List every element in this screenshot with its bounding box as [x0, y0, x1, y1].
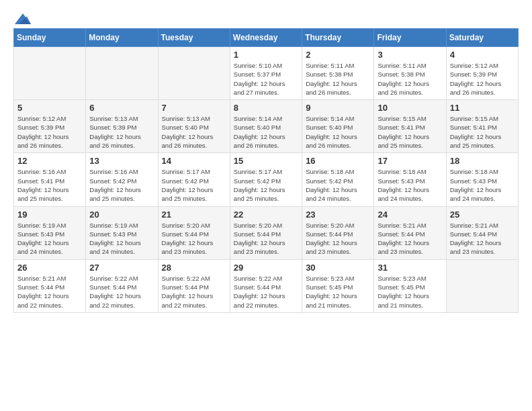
calendar-cell: 1Sunrise: 5:10 AM Sunset: 5:37 PM Daylig… [230, 47, 302, 100]
day-info: Sunrise: 5:21 AM Sunset: 5:44 PM Dayligh… [17, 274, 82, 310]
day-number: 7 [162, 103, 226, 113]
day-info: Sunrise: 5:14 AM Sunset: 5:40 PM Dayligh… [234, 114, 298, 150]
day-number: 10 [378, 103, 442, 113]
day-info: Sunrise: 5:10 AM Sunset: 5:37 PM Dayligh… [234, 61, 298, 97]
calendar-cell: 9Sunrise: 5:14 AM Sunset: 5:40 PM Daylig… [302, 100, 374, 153]
day-info: Sunrise: 5:15 AM Sunset: 5:41 PM Dayligh… [450, 114, 515, 150]
day-number: 22 [234, 210, 298, 220]
day-number: 31 [378, 263, 442, 273]
day-number: 1 [234, 50, 298, 60]
calendar-cell [158, 47, 230, 100]
day-info: Sunrise: 5:22 AM Sunset: 5:44 PM Dayligh… [162, 274, 226, 310]
day-number: 21 [162, 210, 226, 220]
day-info: Sunrise: 5:12 AM Sunset: 5:39 PM Dayligh… [450, 61, 515, 97]
day-info: Sunrise: 5:16 AM Sunset: 5:42 PM Dayligh… [89, 167, 154, 203]
weekday-header-row: SundayMondayTuesdayWednesdayThursdayFrid… [14, 29, 519, 47]
calendar-cell [86, 47, 158, 100]
day-info: Sunrise: 5:20 AM Sunset: 5:44 PM Dayligh… [162, 221, 226, 257]
day-number: 3 [378, 50, 442, 60]
day-info: Sunrise: 5:19 AM Sunset: 5:43 PM Dayligh… [89, 221, 154, 257]
page-header [13, 13, 519, 21]
calendar-cell: 11Sunrise: 5:15 AM Sunset: 5:41 PM Dayli… [446, 100, 518, 153]
day-info: Sunrise: 5:13 AM Sunset: 5:40 PM Dayligh… [162, 114, 226, 150]
day-info: Sunrise: 5:18 AM Sunset: 5:42 PM Dayligh… [306, 167, 370, 203]
day-number: 12 [17, 156, 82, 166]
calendar-cell: 27Sunrise: 5:22 AM Sunset: 5:44 PM Dayli… [86, 259, 158, 312]
day-info: Sunrise: 5:16 AM Sunset: 5:41 PM Dayligh… [17, 167, 82, 203]
calendar-cell: 19Sunrise: 5:19 AM Sunset: 5:43 PM Dayli… [14, 206, 86, 259]
day-info: Sunrise: 5:20 AM Sunset: 5:44 PM Dayligh… [234, 221, 298, 257]
day-info: Sunrise: 5:23 AM Sunset: 5:45 PM Dayligh… [378, 274, 442, 310]
calendar-table: SundayMondayTuesdayWednesdayThursdayFrid… [13, 28, 519, 313]
calendar-cell: 13Sunrise: 5:16 AM Sunset: 5:42 PM Dayli… [86, 153, 158, 206]
calendar-cell: 21Sunrise: 5:20 AM Sunset: 5:44 PM Dayli… [158, 206, 230, 259]
day-number: 25 [450, 210, 515, 220]
day-info: Sunrise: 5:18 AM Sunset: 5:43 PM Dayligh… [450, 167, 515, 203]
calendar-week-row: 1Sunrise: 5:10 AM Sunset: 5:37 PM Daylig… [14, 47, 519, 100]
weekday-header-monday: Monday [86, 29, 158, 47]
day-info: Sunrise: 5:11 AM Sunset: 5:38 PM Dayligh… [378, 61, 442, 97]
calendar-cell: 12Sunrise: 5:16 AM Sunset: 5:41 PM Dayli… [14, 153, 86, 206]
day-info: Sunrise: 5:23 AM Sunset: 5:45 PM Dayligh… [306, 274, 370, 310]
calendar-week-row: 5Sunrise: 5:12 AM Sunset: 5:39 PM Daylig… [14, 100, 519, 153]
calendar-cell: 15Sunrise: 5:17 AM Sunset: 5:42 PM Dayli… [230, 153, 302, 206]
day-info: Sunrise: 5:12 AM Sunset: 5:39 PM Dayligh… [17, 114, 82, 150]
day-info: Sunrise: 5:15 AM Sunset: 5:41 PM Dayligh… [378, 114, 442, 150]
day-info: Sunrise: 5:21 AM Sunset: 5:44 PM Dayligh… [378, 221, 442, 257]
day-info: Sunrise: 5:17 AM Sunset: 5:42 PM Dayligh… [162, 167, 226, 203]
day-number: 26 [17, 263, 82, 273]
day-number: 8 [234, 103, 298, 113]
day-number: 16 [306, 156, 370, 166]
calendar-cell: 30Sunrise: 5:23 AM Sunset: 5:45 PM Dayli… [302, 259, 374, 312]
calendar-cell [14, 47, 86, 100]
day-number: 19 [17, 210, 82, 220]
calendar-cell: 7Sunrise: 5:13 AM Sunset: 5:40 PM Daylig… [158, 100, 230, 153]
calendar-cell: 5Sunrise: 5:12 AM Sunset: 5:39 PM Daylig… [14, 100, 86, 153]
calendar-cell: 24Sunrise: 5:21 AM Sunset: 5:44 PM Dayli… [374, 206, 446, 259]
day-info: Sunrise: 5:22 AM Sunset: 5:44 PM Dayligh… [89, 274, 154, 310]
logo [13, 13, 32, 21]
day-number: 14 [162, 156, 226, 166]
calendar-cell: 28Sunrise: 5:22 AM Sunset: 5:44 PM Dayli… [158, 259, 230, 312]
day-number: 5 [17, 103, 82, 113]
calendar-cell: 29Sunrise: 5:22 AM Sunset: 5:44 PM Dayli… [230, 259, 302, 312]
calendar-week-row: 26Sunrise: 5:21 AM Sunset: 5:44 PM Dayli… [14, 259, 519, 312]
calendar-cell: 6Sunrise: 5:13 AM Sunset: 5:39 PM Daylig… [86, 100, 158, 153]
calendar-cell: 22Sunrise: 5:20 AM Sunset: 5:44 PM Dayli… [230, 206, 302, 259]
weekday-header-friday: Friday [374, 29, 446, 47]
weekday-header-thursday: Thursday [302, 29, 374, 47]
calendar-cell: 17Sunrise: 5:18 AM Sunset: 5:43 PM Dayli… [374, 153, 446, 206]
logo-text [13, 13, 32, 21]
day-info: Sunrise: 5:19 AM Sunset: 5:43 PM Dayligh… [17, 221, 82, 257]
calendar-cell: 4Sunrise: 5:12 AM Sunset: 5:39 PM Daylig… [446, 47, 518, 100]
day-info: Sunrise: 5:21 AM Sunset: 5:44 PM Dayligh… [450, 221, 515, 257]
day-info: Sunrise: 5:20 AM Sunset: 5:44 PM Dayligh… [306, 221, 370, 257]
calendar-cell: 16Sunrise: 5:18 AM Sunset: 5:42 PM Dayli… [302, 153, 374, 206]
day-number: 11 [450, 103, 515, 113]
calendar-week-row: 12Sunrise: 5:16 AM Sunset: 5:41 PM Dayli… [14, 153, 519, 206]
calendar-cell: 18Sunrise: 5:18 AM Sunset: 5:43 PM Dayli… [446, 153, 518, 206]
day-number: 15 [234, 156, 298, 166]
calendar-cell: 2Sunrise: 5:11 AM Sunset: 5:38 PM Daylig… [302, 47, 374, 100]
calendar-cell: 25Sunrise: 5:21 AM Sunset: 5:44 PM Dayli… [446, 206, 518, 259]
day-number: 27 [89, 263, 154, 273]
calendar-cell: 3Sunrise: 5:11 AM Sunset: 5:38 PM Daylig… [374, 47, 446, 100]
day-info: Sunrise: 5:18 AM Sunset: 5:43 PM Dayligh… [378, 167, 442, 203]
logo-icon [15, 13, 31, 24]
day-info: Sunrise: 5:11 AM Sunset: 5:38 PM Dayligh… [306, 61, 370, 97]
day-number: 23 [306, 210, 370, 220]
weekday-header-tuesday: Tuesday [158, 29, 230, 47]
calendar-week-row: 19Sunrise: 5:19 AM Sunset: 5:43 PM Dayli… [14, 206, 519, 259]
day-number: 2 [306, 50, 370, 60]
day-number: 28 [162, 263, 226, 273]
day-number: 18 [450, 156, 515, 166]
day-info: Sunrise: 5:17 AM Sunset: 5:42 PM Dayligh… [234, 167, 298, 203]
day-number: 6 [89, 103, 154, 113]
day-number: 29 [234, 263, 298, 273]
calendar-cell [446, 259, 518, 312]
day-number: 13 [89, 156, 154, 166]
day-info: Sunrise: 5:22 AM Sunset: 5:44 PM Dayligh… [234, 274, 298, 310]
calendar-cell: 26Sunrise: 5:21 AM Sunset: 5:44 PM Dayli… [14, 259, 86, 312]
calendar-cell: 23Sunrise: 5:20 AM Sunset: 5:44 PM Dayli… [302, 206, 374, 259]
weekday-header-sunday: Sunday [14, 29, 86, 47]
